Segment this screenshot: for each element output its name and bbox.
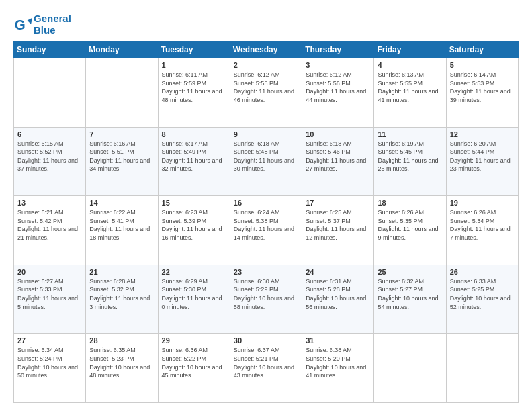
day-number: 7 <box>89 130 154 138</box>
day-cell-23: 23Sunrise: 6:30 AM Sunset: 5:29 PM Dayli… <box>230 265 302 334</box>
day-cell-5: 5Sunrise: 6:14 AM Sunset: 5:53 PM Daylig… <box>446 58 518 128</box>
day-info: Sunrise: 6:26 AM Sunset: 5:35 PM Dayligh… <box>378 208 442 242</box>
day-number: 4 <box>378 61 442 69</box>
day-number: 25 <box>378 268 442 276</box>
day-number: 9 <box>234 130 298 138</box>
empty-cell <box>14 58 86 128</box>
day-cell-19: 19Sunrise: 6:26 AM Sunset: 5:34 PM Dayli… <box>446 196 518 265</box>
day-number: 16 <box>234 199 298 207</box>
header: G General Blue <box>13 11 519 36</box>
week-row-5: 27Sunrise: 6:34 AM Sunset: 5:24 PM Dayli… <box>14 334 519 403</box>
day-number: 24 <box>306 268 370 276</box>
day-info: Sunrise: 6:24 AM Sunset: 5:38 PM Dayligh… <box>234 208 298 242</box>
weekday-header-wednesday: Wednesday <box>230 42 302 58</box>
day-number: 30 <box>234 336 298 345</box>
day-cell-4: 4Sunrise: 6:13 AM Sunset: 5:55 PM Daylig… <box>374 58 446 128</box>
weekday-header-tuesday: Tuesday <box>158 42 230 58</box>
logo-general: General <box>34 13 71 25</box>
day-cell-21: 21Sunrise: 6:28 AM Sunset: 5:32 PM Dayli… <box>86 265 158 334</box>
weekday-header-row: SundayMondayTuesdayWednesdayThursdayFrid… <box>14 42 519 58</box>
svg-marker-1 <box>28 17 32 24</box>
day-info: Sunrise: 6:21 AM Sunset: 5:42 PM Dayligh… <box>17 208 82 242</box>
day-number: 22 <box>162 268 226 276</box>
day-number: 29 <box>162 336 226 345</box>
day-cell-20: 20Sunrise: 6:27 AM Sunset: 5:33 PM Dayli… <box>14 265 86 334</box>
day-cell-6: 6Sunrise: 6:15 AM Sunset: 5:52 PM Daylig… <box>14 127 86 196</box>
day-info: Sunrise: 6:30 AM Sunset: 5:29 PM Dayligh… <box>234 277 298 311</box>
day-info: Sunrise: 6:18 AM Sunset: 5:48 PM Dayligh… <box>234 140 298 173</box>
day-number: 1 <box>162 61 226 69</box>
day-number: 3 <box>306 61 370 69</box>
day-number: 5 <box>450 61 515 69</box>
day-info: Sunrise: 6:18 AM Sunset: 5:46 PM Dayligh… <box>306 140 370 173</box>
empty-cell <box>86 58 158 128</box>
day-info: Sunrise: 6:19 AM Sunset: 5:45 PM Dayligh… <box>378 140 442 173</box>
day-cell-11: 11Sunrise: 6:19 AM Sunset: 5:45 PM Dayli… <box>374 127 446 196</box>
day-number: 20 <box>17 268 82 276</box>
day-cell-14: 14Sunrise: 6:22 AM Sunset: 5:41 PM Dayli… <box>86 196 158 265</box>
day-info: Sunrise: 6:13 AM Sunset: 5:55 PM Dayligh… <box>378 71 442 104</box>
day-cell-26: 26Sunrise: 6:33 AM Sunset: 5:25 PM Dayli… <box>446 265 518 334</box>
day-number: 31 <box>306 336 370 345</box>
day-number: 8 <box>162 130 226 138</box>
day-cell-24: 24Sunrise: 6:31 AM Sunset: 5:28 PM Dayli… <box>302 265 374 334</box>
day-cell-28: 28Sunrise: 6:35 AM Sunset: 5:23 PM Dayli… <box>86 334 158 403</box>
day-number: 23 <box>234 268 298 276</box>
day-number: 2 <box>234 61 298 69</box>
day-info: Sunrise: 6:27 AM Sunset: 5:33 PM Dayligh… <box>17 277 82 311</box>
day-info: Sunrise: 6:23 AM Sunset: 5:39 PM Dayligh… <box>162 208 226 242</box>
day-info: Sunrise: 6:29 AM Sunset: 5:30 PM Dayligh… <box>162 277 226 311</box>
day-number: 28 <box>89 336 154 345</box>
logo-blue: Blue <box>34 25 71 36</box>
day-cell-27: 27Sunrise: 6:34 AM Sunset: 5:24 PM Dayli… <box>14 334 86 403</box>
day-cell-1: 1Sunrise: 6:11 AM Sunset: 5:59 PM Daylig… <box>158 58 230 128</box>
day-info: Sunrise: 6:17 AM Sunset: 5:49 PM Dayligh… <box>162 140 226 173</box>
day-info: Sunrise: 6:25 AM Sunset: 5:37 PM Dayligh… <box>306 208 370 242</box>
day-number: 17 <box>306 199 370 207</box>
day-number: 13 <box>17 199 82 207</box>
day-info: Sunrise: 6:12 AM Sunset: 5:56 PM Dayligh… <box>306 71 370 104</box>
day-cell-9: 9Sunrise: 6:18 AM Sunset: 5:48 PM Daylig… <box>230 127 302 196</box>
day-cell-17: 17Sunrise: 6:25 AM Sunset: 5:37 PM Dayli… <box>302 196 374 265</box>
day-cell-3: 3Sunrise: 6:12 AM Sunset: 5:56 PM Daylig… <box>302 58 374 128</box>
empty-cell <box>374 334 446 403</box>
day-number: 11 <box>378 130 442 138</box>
day-info: Sunrise: 6:33 AM Sunset: 5:25 PM Dayligh… <box>450 277 515 311</box>
day-number: 21 <box>89 268 154 276</box>
day-info: Sunrise: 6:20 AM Sunset: 5:44 PM Dayligh… <box>450 140 515 173</box>
day-number: 26 <box>450 268 515 276</box>
day-number: 14 <box>89 199 154 207</box>
calendar-table: SundayMondayTuesdayWednesdayThursdayFrid… <box>13 41 519 403</box>
day-number: 18 <box>378 199 442 207</box>
day-info: Sunrise: 6:31 AM Sunset: 5:28 PM Dayligh… <box>306 277 370 311</box>
day-info: Sunrise: 6:28 AM Sunset: 5:32 PM Dayligh… <box>89 277 154 311</box>
day-cell-8: 8Sunrise: 6:17 AM Sunset: 5:49 PM Daylig… <box>158 127 230 196</box>
day-cell-25: 25Sunrise: 6:32 AM Sunset: 5:27 PM Dayli… <box>374 265 446 334</box>
day-info: Sunrise: 6:36 AM Sunset: 5:22 PM Dayligh… <box>162 346 226 379</box>
day-number: 27 <box>17 336 82 345</box>
week-row-2: 6Sunrise: 6:15 AM Sunset: 5:52 PM Daylig… <box>14 127 519 196</box>
day-info: Sunrise: 6:26 AM Sunset: 5:34 PM Dayligh… <box>450 208 515 242</box>
day-cell-15: 15Sunrise: 6:23 AM Sunset: 5:39 PM Dayli… <box>158 196 230 265</box>
day-cell-10: 10Sunrise: 6:18 AM Sunset: 5:46 PM Dayli… <box>302 127 374 196</box>
week-row-1: 1Sunrise: 6:11 AM Sunset: 5:59 PM Daylig… <box>14 58 519 128</box>
weekday-header-saturday: Saturday <box>446 42 518 58</box>
weekday-header-sunday: Sunday <box>14 42 86 58</box>
day-number: 10 <box>306 130 370 138</box>
logo: G General Blue <box>13 13 71 36</box>
day-cell-29: 29Sunrise: 6:36 AM Sunset: 5:22 PM Dayli… <box>158 334 230 403</box>
weekday-header-monday: Monday <box>86 42 158 58</box>
day-info: Sunrise: 6:37 AM Sunset: 5:21 PM Dayligh… <box>234 346 298 379</box>
day-cell-22: 22Sunrise: 6:29 AM Sunset: 5:30 PM Dayli… <box>158 265 230 334</box>
day-cell-16: 16Sunrise: 6:24 AM Sunset: 5:38 PM Dayli… <box>230 196 302 265</box>
day-info: Sunrise: 6:38 AM Sunset: 5:20 PM Dayligh… <box>306 346 370 379</box>
day-number: 6 <box>17 130 82 138</box>
logo-icon: G <box>13 15 32 34</box>
day-cell-30: 30Sunrise: 6:37 AM Sunset: 5:21 PM Dayli… <box>230 334 302 403</box>
day-info: Sunrise: 6:15 AM Sunset: 5:52 PM Dayligh… <box>17 140 82 173</box>
day-info: Sunrise: 6:35 AM Sunset: 5:23 PM Dayligh… <box>89 346 154 379</box>
day-cell-2: 2Sunrise: 6:12 AM Sunset: 5:58 PM Daylig… <box>230 58 302 128</box>
day-cell-12: 12Sunrise: 6:20 AM Sunset: 5:44 PM Dayli… <box>446 127 518 196</box>
day-number: 15 <box>162 199 226 207</box>
week-row-4: 20Sunrise: 6:27 AM Sunset: 5:33 PM Dayli… <box>14 265 519 334</box>
